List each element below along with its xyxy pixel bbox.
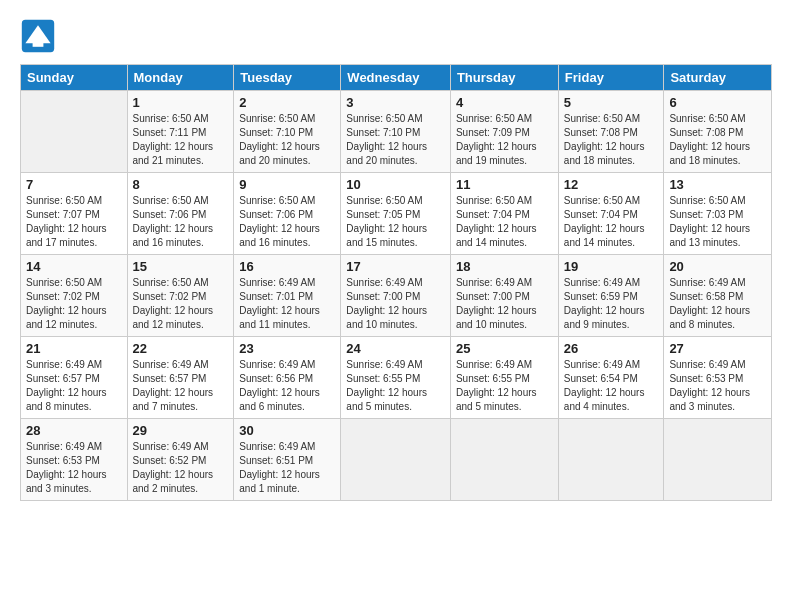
calendar-week-row: 1Sunrise: 6:50 AMSunset: 7:11 PMDaylight… [21, 91, 772, 173]
day-info: Sunrise: 6:49 AMSunset: 6:51 PMDaylight:… [239, 440, 335, 496]
calendar-week-row: 28Sunrise: 6:49 AMSunset: 6:53 PMDayligh… [21, 419, 772, 501]
day-number: 20 [669, 259, 766, 274]
calendar-cell: 6Sunrise: 6:50 AMSunset: 7:08 PMDaylight… [664, 91, 772, 173]
day-number: 1 [133, 95, 229, 110]
weekday-header-thursday: Thursday [450, 65, 558, 91]
calendar-cell: 29Sunrise: 6:49 AMSunset: 6:52 PMDayligh… [127, 419, 234, 501]
day-info: Sunrise: 6:50 AMSunset: 7:06 PMDaylight:… [239, 194, 335, 250]
weekday-header-row: SundayMondayTuesdayWednesdayThursdayFrid… [21, 65, 772, 91]
calendar-cell: 9Sunrise: 6:50 AMSunset: 7:06 PMDaylight… [234, 173, 341, 255]
calendar-cell: 2Sunrise: 6:50 AMSunset: 7:10 PMDaylight… [234, 91, 341, 173]
day-info: Sunrise: 6:50 AMSunset: 7:05 PMDaylight:… [346, 194, 445, 250]
day-info: Sunrise: 6:50 AMSunset: 7:04 PMDaylight:… [564, 194, 659, 250]
calendar-cell: 20Sunrise: 6:49 AMSunset: 6:58 PMDayligh… [664, 255, 772, 337]
calendar-cell: 10Sunrise: 6:50 AMSunset: 7:05 PMDayligh… [341, 173, 451, 255]
calendar-cell: 22Sunrise: 6:49 AMSunset: 6:57 PMDayligh… [127, 337, 234, 419]
calendar-cell: 19Sunrise: 6:49 AMSunset: 6:59 PMDayligh… [558, 255, 664, 337]
calendar-cell [21, 91, 128, 173]
day-info: Sunrise: 6:50 AMSunset: 7:10 PMDaylight:… [346, 112, 445, 168]
day-info: Sunrise: 6:49 AMSunset: 6:57 PMDaylight:… [26, 358, 122, 414]
weekday-header-monday: Monday [127, 65, 234, 91]
day-number: 14 [26, 259, 122, 274]
day-info: Sunrise: 6:49 AMSunset: 7:01 PMDaylight:… [239, 276, 335, 332]
day-number: 18 [456, 259, 553, 274]
day-number: 13 [669, 177, 766, 192]
calendar-cell: 4Sunrise: 6:50 AMSunset: 7:09 PMDaylight… [450, 91, 558, 173]
page: SundayMondayTuesdayWednesdayThursdayFrid… [0, 0, 792, 612]
day-number: 6 [669, 95, 766, 110]
day-number: 9 [239, 177, 335, 192]
calendar-cell: 27Sunrise: 6:49 AMSunset: 6:53 PMDayligh… [664, 337, 772, 419]
calendar-cell: 25Sunrise: 6:49 AMSunset: 6:55 PMDayligh… [450, 337, 558, 419]
day-number: 12 [564, 177, 659, 192]
day-number: 29 [133, 423, 229, 438]
day-number: 3 [346, 95, 445, 110]
calendar-cell: 15Sunrise: 6:50 AMSunset: 7:02 PMDayligh… [127, 255, 234, 337]
day-info: Sunrise: 6:49 AMSunset: 6:52 PMDaylight:… [133, 440, 229, 496]
logo-icon [20, 18, 56, 54]
calendar-cell [664, 419, 772, 501]
day-info: Sunrise: 6:50 AMSunset: 7:08 PMDaylight:… [669, 112, 766, 168]
calendar-cell: 16Sunrise: 6:49 AMSunset: 7:01 PMDayligh… [234, 255, 341, 337]
day-info: Sunrise: 6:49 AMSunset: 6:53 PMDaylight:… [669, 358, 766, 414]
day-info: Sunrise: 6:49 AMSunset: 6:54 PMDaylight:… [564, 358, 659, 414]
calendar-cell: 7Sunrise: 6:50 AMSunset: 7:07 PMDaylight… [21, 173, 128, 255]
calendar-cell: 23Sunrise: 6:49 AMSunset: 6:56 PMDayligh… [234, 337, 341, 419]
day-info: Sunrise: 6:50 AMSunset: 7:10 PMDaylight:… [239, 112, 335, 168]
day-info: Sunrise: 6:49 AMSunset: 6:56 PMDaylight:… [239, 358, 335, 414]
calendar-cell: 5Sunrise: 6:50 AMSunset: 7:08 PMDaylight… [558, 91, 664, 173]
day-info: Sunrise: 6:49 AMSunset: 6:55 PMDaylight:… [456, 358, 553, 414]
day-number: 23 [239, 341, 335, 356]
day-info: Sunrise: 6:49 AMSunset: 7:00 PMDaylight:… [346, 276, 445, 332]
weekday-header-wednesday: Wednesday [341, 65, 451, 91]
weekday-header-friday: Friday [558, 65, 664, 91]
day-info: Sunrise: 6:50 AMSunset: 7:03 PMDaylight:… [669, 194, 766, 250]
day-number: 11 [456, 177, 553, 192]
day-number: 24 [346, 341, 445, 356]
day-number: 28 [26, 423, 122, 438]
calendar-cell: 1Sunrise: 6:50 AMSunset: 7:11 PMDaylight… [127, 91, 234, 173]
day-number: 16 [239, 259, 335, 274]
day-info: Sunrise: 6:50 AMSunset: 7:04 PMDaylight:… [456, 194, 553, 250]
day-info: Sunrise: 6:50 AMSunset: 7:02 PMDaylight:… [133, 276, 229, 332]
calendar-week-row: 14Sunrise: 6:50 AMSunset: 7:02 PMDayligh… [21, 255, 772, 337]
calendar-cell: 8Sunrise: 6:50 AMSunset: 7:06 PMDaylight… [127, 173, 234, 255]
calendar-week-row: 21Sunrise: 6:49 AMSunset: 6:57 PMDayligh… [21, 337, 772, 419]
day-info: Sunrise: 6:49 AMSunset: 6:55 PMDaylight:… [346, 358, 445, 414]
calendar-cell: 12Sunrise: 6:50 AMSunset: 7:04 PMDayligh… [558, 173, 664, 255]
calendar-cell: 28Sunrise: 6:49 AMSunset: 6:53 PMDayligh… [21, 419, 128, 501]
day-number: 30 [239, 423, 335, 438]
day-info: Sunrise: 6:49 AMSunset: 6:53 PMDaylight:… [26, 440, 122, 496]
day-number: 4 [456, 95, 553, 110]
calendar-cell: 11Sunrise: 6:50 AMSunset: 7:04 PMDayligh… [450, 173, 558, 255]
calendar-cell [341, 419, 451, 501]
calendar-cell: 24Sunrise: 6:49 AMSunset: 6:55 PMDayligh… [341, 337, 451, 419]
day-info: Sunrise: 6:50 AMSunset: 7:09 PMDaylight:… [456, 112, 553, 168]
day-number: 7 [26, 177, 122, 192]
day-number: 26 [564, 341, 659, 356]
weekday-header-tuesday: Tuesday [234, 65, 341, 91]
weekday-header-saturday: Saturday [664, 65, 772, 91]
header [20, 18, 772, 54]
day-info: Sunrise: 6:50 AMSunset: 7:06 PMDaylight:… [133, 194, 229, 250]
day-number: 8 [133, 177, 229, 192]
day-info: Sunrise: 6:49 AMSunset: 6:59 PMDaylight:… [564, 276, 659, 332]
day-info: Sunrise: 6:49 AMSunset: 6:58 PMDaylight:… [669, 276, 766, 332]
calendar-cell: 3Sunrise: 6:50 AMSunset: 7:10 PMDaylight… [341, 91, 451, 173]
logo [20, 18, 60, 54]
day-number: 27 [669, 341, 766, 356]
day-info: Sunrise: 6:49 AMSunset: 6:57 PMDaylight:… [133, 358, 229, 414]
day-number: 15 [133, 259, 229, 274]
weekday-header-sunday: Sunday [21, 65, 128, 91]
calendar-table: SundayMondayTuesdayWednesdayThursdayFrid… [20, 64, 772, 501]
day-number: 25 [456, 341, 553, 356]
calendar-cell: 18Sunrise: 6:49 AMSunset: 7:00 PMDayligh… [450, 255, 558, 337]
day-number: 22 [133, 341, 229, 356]
day-info: Sunrise: 6:50 AMSunset: 7:08 PMDaylight:… [564, 112, 659, 168]
calendar-cell: 17Sunrise: 6:49 AMSunset: 7:00 PMDayligh… [341, 255, 451, 337]
calendar-cell [558, 419, 664, 501]
day-number: 17 [346, 259, 445, 274]
day-info: Sunrise: 6:50 AMSunset: 7:02 PMDaylight:… [26, 276, 122, 332]
calendar-cell: 14Sunrise: 6:50 AMSunset: 7:02 PMDayligh… [21, 255, 128, 337]
day-number: 19 [564, 259, 659, 274]
